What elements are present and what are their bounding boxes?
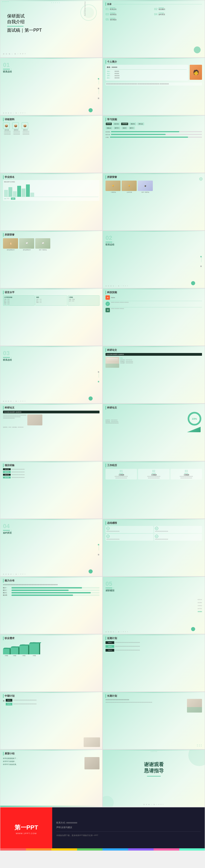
brand-desc1: 联系方式: 000000000 [56,821,201,824]
plan-3: TOP 3 [106,649,114,652]
info-major: 专业： XXXXX [107,73,187,74]
award2-1: 📜 奖学金荣誉证书 [3,238,18,251]
career-title: 职业需求 [3,637,99,640]
mot-3: 03 XXXXXXXXXXXXXXXXXX [106,534,153,541]
paper2-image [27,414,42,425]
mot-4: 04 XXXXXXXXXXXXXXXXXX [154,534,202,541]
proj-label-4: 项目职责 [3,476,11,478]
awards2-title: 所获荣誉 [3,233,99,237]
cover-desc: 面试稿｜第一PPT [7,28,99,33]
slide-28-ending: 谢谢观看 恳请指导 面 试 稿 ｜ 第 一 P P T [102,749,205,807]
toc-item-1: 01 联系总结 [106,7,153,11]
plan-title: 近期计划 [106,637,202,640]
career-item-4: 40% 小标题 [29,642,39,656]
box-icon-3: 📦 [22,122,28,129]
brand-copyright: 本模板免费下载，更多精美PPT模板尽在第一PPT [56,834,201,837]
longplan-image [187,699,202,713]
plan-2: TOP 2 [106,645,114,648]
slide-29-brand: 第一PPT WWW.1PPT.COM 联系方式: 000000000 声明·反馈… [0,807,205,851]
lang-3: 计算机 [69,297,98,298]
skill-icon-2: ✓ [106,302,110,306]
awards-title: 所获荣誉 [106,176,202,179]
slide-10-section2: 02 联系总结 联系总结 曾担教职 [102,230,205,288]
work-item-2: 02 工作经历 XXXXXXXXXXXXXXXXXX XXXXXXXXXXXXX… [138,469,170,479]
slide-5-detail: 详细资料 📦 基本信息 ・XXXXXXXXX ・XXXXXXXXX ・XXXXX… [0,115,102,173]
research3-title: 科研论文 [106,406,202,409]
career-item-1: 10% 小标题 [3,647,9,656]
slide-17-project: 项目经验 项目名称 XXXXXXXXXXXXXXXXXX 项目时间 XXXXXX… [0,461,102,519]
career-item-2: 15% 小标题 [11,646,18,656]
longplan-title: 长期计划 [106,694,202,698]
tool-3: XXXXX XXXXXX XXXXXX [111,308,124,310]
slide-8-awards: 所获荣誉 🏆 一等奖学金 🏆 三好学生奖 🎓 技术一等奖学金 [102,173,205,230]
slide-18-work: 工作经历 01 工作经历 XXXXXXXXXXXXXXXXXX XXXXXXXX… [102,461,205,519]
longplan-desc: XXXXXXXXXXXXXXXXXXXXXXXXXX [106,699,186,701]
toc-item-2: 02 曾担教职 [154,7,202,11]
skill-a2: 能力二 [3,589,11,591]
award-2: 🏆 三好学生奖 [122,181,137,193]
slide-27-conclusion: 展望小结 科学发展观视角下，科学学习有规律，科学学习有效积累。 [0,749,102,807]
brand-desc2: 声明·反馈与建议 [56,826,201,829]
skill-a3: 能力三 [3,592,11,593]
proj-label-3: 项目内容 [3,474,11,476]
slide-12-itskills: 科技技能 Ai Adobe ✓ XXXXX XXXXXX XXXXXX XXXX… [102,288,205,346]
slide-6-skills: 学习技能 英语四级 英语六级 计算机基础 课程考试 课外活动 技能认证 数字学习… [102,115,205,173]
mot-1: 01 XXXXXXXXXXXXXXXXXX [106,526,153,533]
midplan-title: 中期计划 [3,694,99,698]
midplan-2: TOP 2 [6,703,12,706]
green-triangle [187,427,201,432]
toc-item-5: 05 述职规划 [106,18,202,21]
it-title: 科技技能 [106,291,202,294]
ending-bottom: 面 试 稿 ｜ 第 一 P P T [103,804,205,805]
slide-3-section: 01 联系总结 联系总结 [0,58,102,115]
award-3: 🎓 技术一等奖学金 [138,181,153,193]
brand-url: WWW.1PPT.COM [16,832,37,835]
skill-1: 英语四级 [106,123,112,125]
brand-title: 第一PPT [14,824,38,832]
skill-icon-3: ⚙ [106,308,110,312]
plan-1: TOP 1 [106,641,114,644]
proj-label-2: 项目时间 [3,471,11,473]
info-rank: 排名： XX/XXX [107,77,187,79]
slide-11-language: 语言水平 大学英语四级 分数：XXX 听力：XXX 阅读：XXX 写作：XXX … [0,288,102,346]
midplan-image [84,737,100,747]
box-icon-2: 📦 [12,122,19,129]
skill-a4: 能力四 [3,594,11,596]
award-1: 🏆 一等奖学金 [106,181,121,193]
lang-1: 大学英语四级 [4,297,34,298]
research1-title: 科研论文 [106,348,202,352]
deco-text: POSTGRADUATE [84,2,86,16]
slide-25-midplan: 中期计划 中期规划 TOP 1 XXXXXXXXXXXXXXXXXXXXXXXX… [0,692,102,749]
box-icon-1: 📦 [3,122,9,129]
ability-desc: XXXXXXXXXXXXXXXXXXXXXXXXXXXXXXXXXXXXXXXX… [3,584,99,586]
slide-19-section4: 04 如约而至 如约而至 述职规划 [0,519,102,577]
slide-16-research3: 科研论文 发表时间：XXXX年XX月 发表刊物：XXXXXXXXXX XXXXX… [102,404,205,461]
paper2-title-bar: 论文名称·发表期刊·发表时间 [3,411,99,413]
intro-text: XXXXXXXXXXXXXXXXXXXXXXXXXXXXXXXXXX XXXXX… [106,83,202,86]
slides-container: POSTGRADUATE 保研面试 自我介绍 面试稿｜第一PPT 保 试 稿 ｜… [0,0,205,851]
lang-title: 语言水平 [3,291,99,294]
research2-title: 科研论文 [3,406,99,409]
work-item-3: 03 工作经历 XXXXXXXXXXXXXXXXXX XXXXXXXXXXXXX… [171,469,202,479]
tool-1: Adobe [111,297,115,299]
tool-2: XXXXX XXXXXX XXXXXX XXXXXX [111,302,129,303]
slide-4-personal: 个人简介 姓名：XXXXX 学校： XXXXX 专业： [102,58,205,115]
slide-20-motivation: 总结感悟 01 XXXXXXXXXXXXXXXXXX 02 XXXXXXXXXX… [102,519,205,577]
conclusion-image [84,757,99,769]
project-title: 项目经验 [3,464,99,467]
midplan-1: TOP 1 [6,699,12,702]
toc-item-4: 04 如约而至 [154,12,202,16]
motivation-title: 总结感悟 [106,521,202,525]
info-school: 学校： XXXXX [107,70,187,72]
career-item-3: 35% 小标题 [20,644,28,656]
conclusion-desc: 科学发展观视角下，科学学习有规律，科学学习有效积累。 [3,757,83,766]
slide-13-section3: 03 联系总结 联系总结 在职情况 [0,346,102,404]
detail-title: 详细资料 [3,118,99,121]
slide-2-toc: 目录 01 联系总结 02 曾担 [102,0,205,58]
skill-3: 计算机基础 [121,123,128,125]
conclusion-title: 展望小结 [3,752,99,755]
name-field: 姓名：XXXXX [107,66,187,69]
skills-title: 学习技能 [106,118,202,121]
slide-23-career: 职业需求 10% 小标题 15% [0,634,102,692]
skill-2: 英语六级 [113,123,120,125]
